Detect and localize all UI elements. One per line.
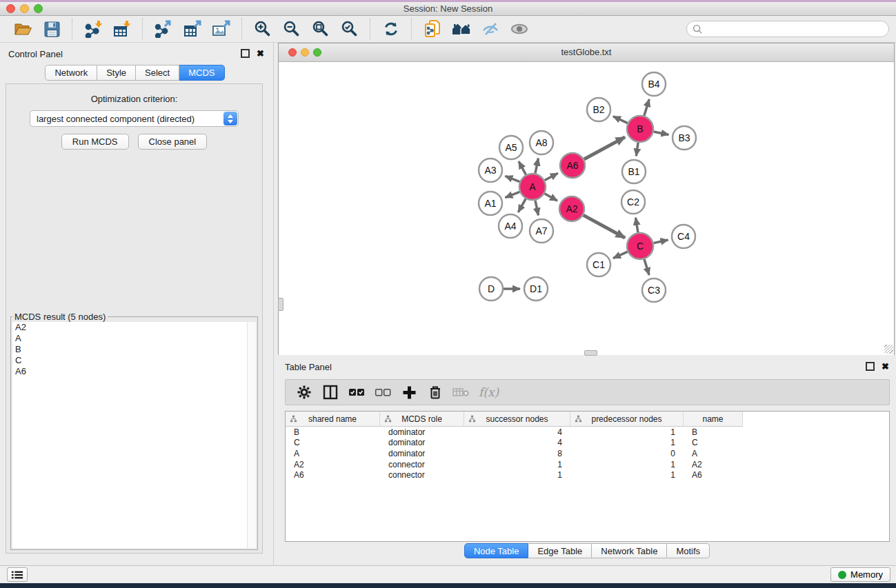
edge-B-B3[interactable] bbox=[654, 132, 669, 134]
edge-C-C3[interactable] bbox=[644, 259, 649, 275]
node-table[interactable]: shared nameMCDS rolesuccessor nodesprede… bbox=[285, 411, 890, 542]
edge-C-C2[interactable] bbox=[636, 218, 638, 233]
show-panel-button[interactable] bbox=[508, 18, 531, 40]
table-settings-button[interactable] bbox=[291, 381, 317, 403]
tab-network-table[interactable]: Network Table bbox=[592, 543, 667, 558]
result-list-item[interactable]: A bbox=[12, 333, 248, 344]
network-canvas[interactable]: B4B2BB3A8A5A6B1A3AC2A1A2A4A7C4CC1C3DD1 bbox=[279, 62, 894, 355]
tab-edge-table[interactable]: Edge Table bbox=[528, 543, 592, 558]
export-image-button[interactable] bbox=[210, 18, 233, 40]
network-close-button[interactable] bbox=[288, 48, 297, 57]
table-row[interactable]: Cdominator41C bbox=[286, 438, 889, 449]
tab-motifs[interactable]: Motifs bbox=[667, 543, 710, 558]
tab-select[interactable]: Select bbox=[136, 65, 179, 81]
export-image-icon bbox=[212, 20, 231, 38]
close-panel-icon[interactable]: ✖ bbox=[257, 50, 264, 57]
close-panel-button[interactable]: Close panel bbox=[138, 134, 208, 150]
network-window-title: testGlobe.txt bbox=[279, 43, 894, 61]
zoom-in-button[interactable] bbox=[251, 18, 275, 40]
resize-grip-icon[interactable] bbox=[884, 345, 893, 354]
edge-A-A6[interactable] bbox=[545, 173, 558, 180]
export-table-button[interactable] bbox=[181, 18, 204, 40]
open-folder-icon bbox=[14, 21, 32, 37]
shared-column-icon bbox=[290, 415, 297, 423]
column-header-MCDS-role[interactable]: MCDS role bbox=[380, 412, 464, 427]
column-header-successor-nodes[interactable]: successor nodes bbox=[464, 412, 570, 427]
run-mcds-button[interactable]: Run MCDS bbox=[61, 134, 129, 150]
refresh-button[interactable] bbox=[379, 18, 403, 40]
edge-A-A1[interactable] bbox=[505, 192, 519, 197]
clear-checkboxes-button[interactable] bbox=[370, 381, 396, 403]
network-graph[interactable]: B4B2BB3A8A5A6B1A3AC2A1A2A4A7C4CC1C3DD1 bbox=[279, 62, 894, 355]
zoom-fit-button[interactable] bbox=[309, 18, 332, 40]
edge-A-A2[interactable] bbox=[544, 194, 557, 201]
network-window-titlebar[interactable]: testGlobe.txt bbox=[279, 43, 894, 62]
tab-mcds[interactable]: MCDS bbox=[179, 65, 224, 81]
edge-A-A5[interactable] bbox=[519, 161, 526, 174]
edge-A-A7[interactable] bbox=[535, 201, 538, 216]
panel-splitter[interactable] bbox=[273, 43, 274, 565]
node-label-B4: B4 bbox=[648, 79, 659, 90]
zoom-window-button[interactable] bbox=[34, 4, 43, 13]
home-button[interactable] bbox=[450, 18, 473, 40]
edge-C-C4[interactable] bbox=[654, 240, 668, 243]
toolbar-separator bbox=[142, 19, 143, 39]
select-all-checkboxes-button[interactable] bbox=[344, 381, 370, 403]
zoom-selected-button[interactable] bbox=[338, 18, 361, 40]
column-header-shared-name[interactable]: shared name bbox=[286, 412, 380, 427]
close-panel-icon[interactable]: ✖ bbox=[882, 363, 889, 370]
result-list-item[interactable]: A6 bbox=[12, 366, 248, 377]
delete-column-button[interactable] bbox=[422, 381, 448, 403]
network-minimize-button[interactable] bbox=[301, 48, 309, 57]
float-panel-icon[interactable] bbox=[241, 49, 250, 58]
open-session-button[interactable] bbox=[11, 18, 34, 40]
save-session-button[interactable] bbox=[40, 18, 63, 40]
criterion-dropdown[interactable]: largest connected component (directed) bbox=[30, 110, 239, 127]
delete-table-button[interactable] bbox=[448, 381, 475, 403]
import-table-button[interactable] bbox=[110, 18, 134, 40]
tab-node-table[interactable]: Node Table bbox=[464, 543, 529, 558]
table-row[interactable]: A6connector11A6 bbox=[286, 469, 889, 480]
task-history-button[interactable] bbox=[7, 567, 28, 582]
table-row[interactable]: Bdominator41B bbox=[286, 427, 889, 438]
export-table-icon bbox=[183, 20, 202, 38]
tab-style[interactable]: Style bbox=[97, 65, 136, 81]
result-list-item[interactable]: A2 bbox=[12, 322, 248, 333]
close-window-button[interactable] bbox=[6, 4, 15, 13]
edge-B-B2[interactable] bbox=[613, 116, 628, 123]
result-list-item[interactable]: B bbox=[12, 344, 248, 355]
add-column-button[interactable] bbox=[396, 381, 422, 403]
export-network-button[interactable] bbox=[152, 18, 175, 40]
splitter-handle[interactable] bbox=[278, 298, 283, 311]
edge-C-C1[interactable] bbox=[613, 252, 628, 258]
edge-A-A8[interactable] bbox=[535, 159, 538, 174]
result-scrollbar[interactable] bbox=[247, 322, 256, 548]
duplicate-network-button[interactable] bbox=[421, 18, 444, 40]
column-view-button[interactable] bbox=[317, 381, 344, 403]
import-network-button[interactable] bbox=[81, 18, 105, 40]
table-row[interactable]: Adominator80A bbox=[286, 448, 889, 459]
hide-panel-button[interactable] bbox=[479, 18, 502, 40]
column-header-name[interactable]: name bbox=[684, 412, 743, 427]
edge-B-B4[interactable] bbox=[644, 99, 649, 116]
float-panel-icon[interactable] bbox=[866, 362, 875, 371]
mcds-result-list[interactable]: A2ABCA6 bbox=[12, 322, 248, 548]
edge-A6-B[interactable] bbox=[584, 137, 625, 159]
zoom-out-button[interactable] bbox=[280, 18, 303, 40]
edge-A-A4[interactable] bbox=[518, 199, 526, 212]
search-input[interactable] bbox=[706, 22, 888, 36]
edge-A2-C[interactable] bbox=[584, 215, 625, 238]
network-zoom-button[interactable] bbox=[313, 48, 321, 57]
table-row[interactable]: A2connector11A2 bbox=[286, 459, 889, 470]
minimize-window-button[interactable] bbox=[20, 4, 29, 13]
edge-A-A3[interactable] bbox=[505, 176, 519, 181]
tab-network[interactable]: Network bbox=[45, 65, 97, 81]
splitter-handle[interactable] bbox=[584, 350, 597, 356]
node-label-A4: A4 bbox=[504, 221, 516, 232]
result-list-item[interactable]: C bbox=[12, 355, 248, 366]
memory-button[interactable]: Memory bbox=[830, 567, 890, 582]
edge-B-B1[interactable] bbox=[636, 143, 638, 156]
column-header-predecessor-nodes[interactable]: predecessor nodes bbox=[570, 412, 684, 427]
function-builder-button[interactable]: f(x) bbox=[479, 385, 499, 399]
node-label-A8: A8 bbox=[535, 137, 547, 148]
